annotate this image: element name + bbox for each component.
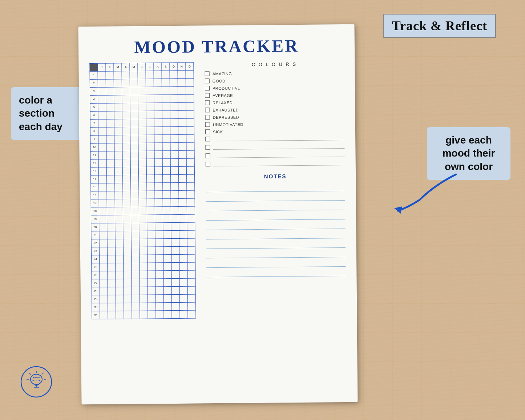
table-row: 18 (91, 206, 195, 215)
logo-icon (20, 366, 53, 398)
grid-cell (107, 183, 115, 191)
grid-cell (171, 222, 179, 230)
mood-label: EXHAUSTED (213, 108, 239, 112)
table-row: 27 (92, 278, 195, 287)
table-row: 5 (90, 102, 194, 111)
grid-cell (138, 119, 146, 127)
grid-cell (179, 238, 187, 246)
grid-cell (147, 207, 155, 215)
grid-cell (107, 255, 115, 263)
day-cell: 3 (90, 87, 98, 95)
grid-cell (162, 71, 170, 79)
grid-cell (139, 191, 147, 199)
grid-cell (122, 119, 130, 127)
grid-cell (130, 151, 138, 159)
grid-cell (171, 270, 179, 278)
table-row: 17 (91, 198, 195, 207)
day-cell: 4 (90, 95, 98, 103)
grid-cell (99, 191, 107, 199)
grid-cell (100, 263, 108, 271)
grid-cell (154, 167, 162, 175)
grid-cell (123, 191, 131, 199)
grid-cell (146, 159, 154, 167)
grid-cell (163, 247, 171, 255)
custom-checkbox (205, 137, 210, 141)
grid-cell (122, 103, 130, 111)
grid-cell (139, 231, 147, 239)
day-cell: 30 (92, 303, 100, 311)
notes-line (206, 268, 346, 277)
grid-cell (162, 95, 170, 103)
grid-cell (122, 143, 130, 151)
grid-cell (123, 199, 131, 207)
grid-cell (108, 279, 116, 287)
grid-cell (147, 231, 155, 239)
grid-cell (171, 198, 179, 206)
month-header: N (178, 62, 186, 70)
grid-cell (186, 134, 194, 142)
month-header: M (114, 63, 122, 71)
table-row: 10 (90, 142, 194, 151)
month-header: A (122, 63, 130, 71)
grid-cell (154, 87, 162, 95)
grid-cell (156, 263, 163, 271)
grid-cell (179, 294, 187, 302)
grid-cell (114, 143, 122, 151)
grid-cell (107, 231, 115, 239)
mood-item: UNMOTIVATED (205, 121, 344, 127)
mood-checkbox (205, 100, 210, 105)
table-row: 3 (90, 86, 194, 95)
grid-cell (163, 239, 171, 247)
grid-cell (178, 86, 186, 94)
grid-cell (186, 70, 194, 78)
colours-notes-section: C O L O U R S AMAZINGGOODPRODUCTIVEAVERA… (201, 61, 346, 279)
mood-label: GOOD (213, 78, 226, 83)
mood-checkbox (205, 86, 210, 90)
grid-cell (187, 238, 195, 246)
grid-cell (170, 150, 178, 158)
grid-cell (170, 94, 178, 102)
grid-cell (98, 127, 106, 135)
grid-cell (146, 119, 154, 127)
svg-point-3 (31, 374, 42, 384)
grid-cell (186, 78, 194, 86)
grid-cell (147, 239, 155, 247)
day-cell: 9 (90, 135, 98, 143)
grid-cell (116, 287, 124, 295)
mood-checkbox (205, 71, 210, 76)
grid-cell (170, 134, 178, 142)
grid-cell (156, 279, 163, 287)
grid-cell (146, 135, 154, 143)
grid-cell (146, 71, 154, 79)
grid-cell (131, 191, 139, 199)
custom-colour-item (206, 152, 345, 158)
grid-cell (100, 287, 108, 295)
table-row: 16 (91, 190, 195, 199)
grid-cell (138, 95, 146, 103)
grid-cell (163, 175, 171, 183)
grid-cell (130, 127, 138, 135)
grid-cell (188, 302, 196, 310)
grid-cell (108, 303, 116, 311)
grid-cell (107, 239, 115, 247)
grid-cell (148, 287, 156, 295)
grid-cell (122, 95, 130, 103)
mood-item: RELAXED (205, 99, 344, 105)
grid-cell (179, 222, 187, 230)
grid-cell (138, 71, 146, 79)
grid-cell (162, 167, 170, 175)
grid-cell (186, 94, 194, 102)
table-row: 19 (91, 214, 195, 223)
custom-line (213, 136, 344, 141)
grid-cell (140, 295, 148, 303)
day-cell: 29 (92, 295, 100, 303)
day-cell: 14 (91, 175, 99, 183)
mood-item: SICK (205, 128, 344, 134)
grid-cell (170, 78, 178, 86)
table-row: 22 (91, 238, 195, 247)
grid-cell (115, 191, 123, 199)
day-cell: 1 (90, 71, 98, 79)
grid-cell (187, 190, 195, 198)
grid-cell (186, 110, 194, 118)
grid-cell (124, 279, 132, 287)
